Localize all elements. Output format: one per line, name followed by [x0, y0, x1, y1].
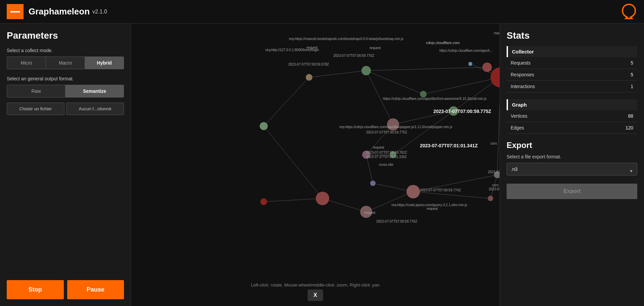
- app-version: v2.1.0: [92, 9, 107, 15]
- graph-edge: [264, 77, 309, 126]
- export-select-wrapper: .n3 .ttl .json .csv: [507, 163, 637, 180]
- edges-row: Edges 120: [507, 122, 637, 134]
- graph-edge: [497, 77, 500, 175]
- export-title: Export: [507, 141, 637, 150]
- graph-node[interactable]: [361, 66, 371, 75]
- output-format-label: Select an general output format.: [7, 76, 124, 81]
- app-logo: [7, 4, 24, 19]
- graph-edge: [413, 192, 490, 198]
- vertices-label: Vertices: [511, 113, 527, 119]
- format-semantize[interactable]: Semantize: [66, 85, 124, 97]
- export-format-label: Select a file export format.: [507, 154, 637, 159]
- graph-node[interactable]: [420, 91, 427, 98]
- graph-close-button[interactable]: X: [307, 290, 323, 301]
- output-format-group: Raw Semantize: [7, 85, 124, 98]
- format-raw[interactable]: Raw: [7, 85, 66, 97]
- graph-edge: [490, 175, 497, 198]
- bottom-buttons: Stop Pause: [7, 280, 124, 299]
- choose-file-button[interactable]: Choisir un fichier: [7, 103, 65, 115]
- interactions-label: Interactions: [511, 84, 535, 89]
- graph-node[interactable]: [362, 151, 370, 159]
- graph-node[interactable]: [316, 192, 329, 205]
- left-panel: Parameters Select a collect mode. Micro …: [0, 24, 131, 306]
- graph-node[interactable]: [360, 206, 372, 218]
- graph-node[interactable]: [494, 171, 500, 178]
- graph-node[interactable]: [370, 181, 376, 186]
- collector-header: Collector: [507, 46, 637, 57]
- graph-edge: [413, 175, 497, 192]
- graph-svg: [131, 24, 500, 306]
- requests-label: Requests: [511, 60, 530, 66]
- interactions-value: 1: [631, 84, 633, 89]
- file-buttons-group: Choisir un fichier Aucun f...ctionné: [7, 103, 124, 115]
- export-section: Export Select a file export format. .n3 …: [507, 141, 637, 199]
- graph-node[interactable]: [390, 151, 396, 158]
- graph-node[interactable]: [468, 62, 472, 66]
- graph-edge: [366, 155, 373, 183]
- graph-edge: [264, 198, 323, 202]
- omega-icon: [620, 3, 637, 20]
- logo-bar: [10, 11, 20, 12]
- graph-edge: [264, 126, 323, 198]
- graph-edge: [366, 71, 423, 94]
- pause-button[interactable]: Pause: [67, 280, 124, 299]
- collect-mode-micro[interactable]: Micro: [7, 57, 46, 69]
- graph-edge: [366, 67, 487, 71]
- graph-node[interactable]: [260, 122, 268, 130]
- interactions-row: Interactions 1: [507, 81, 637, 92]
- graph-edge: [366, 71, 393, 124]
- graph-node[interactable]: [482, 63, 492, 72]
- graph-hint: Left-click: rotate, Mouse-wheel/middle-c…: [251, 282, 380, 288]
- collector-section: Collector Requests 5 Responses 5 Interac…: [507, 46, 637, 92]
- graph-edge: [366, 124, 393, 155]
- vertices-value: 88: [628, 113, 633, 119]
- right-panel: Stats Collector Requests 5 Responses 5 I…: [500, 24, 644, 306]
- edges-label: Edges: [511, 125, 524, 130]
- header: Graphameleon v2.1.0: [0, 0, 644, 24]
- graph-header: Graph: [507, 99, 637, 110]
- graph-section: Graph Vertices 88 Edges 120: [507, 99, 637, 134]
- main-layout: Parameters Select a collect mode. Micro …: [0, 24, 644, 306]
- responses-value: 5: [631, 72, 633, 77]
- graph-node[interactable]: [260, 198, 267, 205]
- graph-edge: [309, 71, 366, 77]
- responses-label: Responses: [511, 72, 534, 77]
- graph-node[interactable]: [449, 106, 458, 116]
- edges-value: 120: [626, 125, 633, 130]
- stop-button[interactable]: Stop: [7, 280, 64, 299]
- stats-title: Stats: [507, 30, 637, 41]
- collect-mode-label: Select a collect mode.: [7, 48, 124, 53]
- left-panel-title: Parameters: [7, 30, 124, 41]
- graph-area[interactable]: req-https://maxcdn.bootstrapcdn.com/boot…: [131, 24, 500, 306]
- graph-node[interactable]: [387, 118, 399, 130]
- graph-edge: [323, 198, 366, 212]
- graph-node[interactable]: [490, 67, 500, 87]
- graph-node[interactable]: [488, 196, 493, 201]
- graph-node[interactable]: [406, 185, 420, 198]
- vertices-row: Vertices 88: [507, 110, 637, 122]
- graph-edge: [423, 77, 500, 94]
- collect-mode-macro[interactable]: Macro: [46, 57, 85, 69]
- export-button[interactable]: Export: [507, 184, 637, 199]
- graph-edge: [366, 192, 413, 212]
- requests-value: 5: [631, 60, 633, 66]
- export-format-select[interactable]: .n3 .ttl .json .csv: [507, 163, 637, 176]
- app-title: Graphameleon: [29, 6, 90, 17]
- no-file-button: Aucun f...ctionné: [66, 103, 124, 115]
- responses-row: Responses 5: [507, 69, 637, 81]
- graph-node[interactable]: [306, 74, 312, 81]
- collect-mode-group: Micro Macro Hybrid: [7, 56, 124, 69]
- collect-mode-hybrid[interactable]: Hybrid: [85, 57, 124, 69]
- header-right-icon: [620, 3, 637, 21]
- requests-row: Requests 5: [507, 57, 637, 69]
